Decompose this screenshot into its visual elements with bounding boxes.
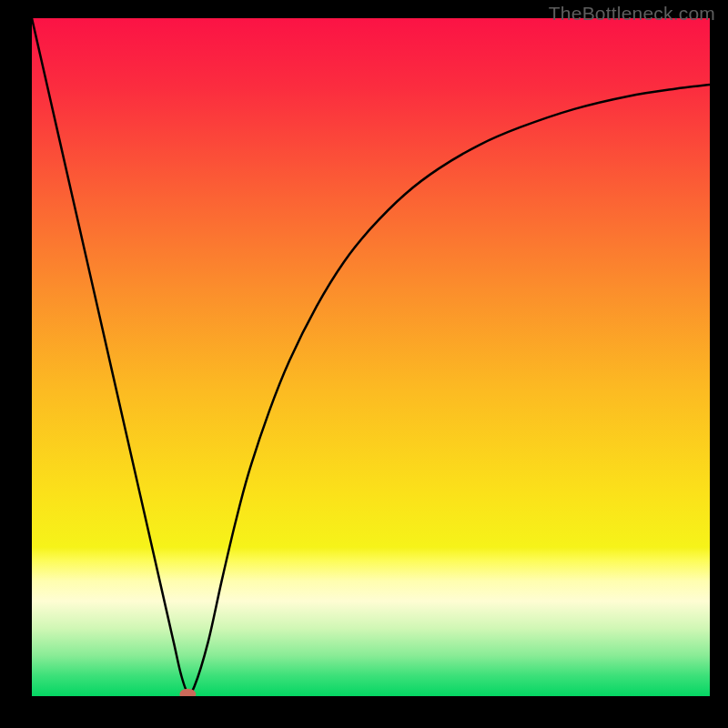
chart-svg	[32, 18, 710, 696]
watermark-text: TheBottleneck.com	[549, 3, 715, 25]
gradient-background	[32, 18, 710, 696]
plot-area	[32, 18, 710, 696]
chart-frame: TheBottleneck.com	[0, 0, 728, 728]
